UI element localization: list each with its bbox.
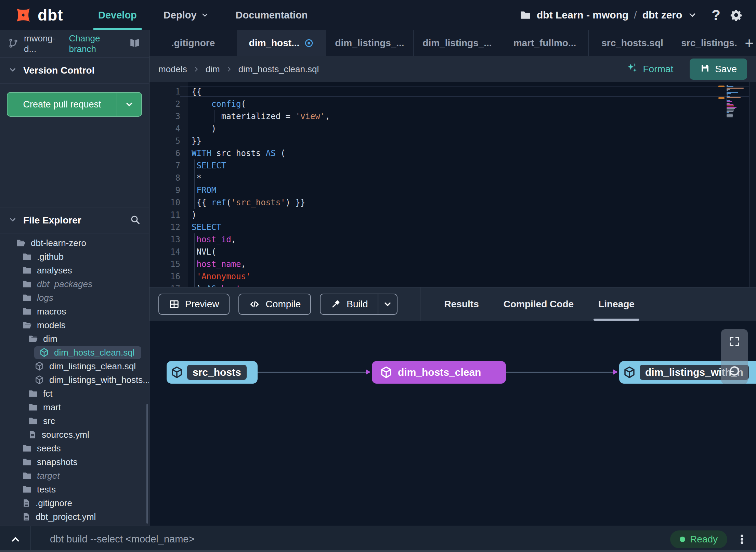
tree-item-logs[interactable]: logs (0, 291, 149, 305)
code-line-16[interactable]: 16 'Anonymous' (149, 270, 756, 283)
nav-item-documentation[interactable]: Documentation (236, 0, 308, 30)
gear-icon[interactable] (729, 8, 743, 22)
tree-item-models[interactable]: models (0, 318, 149, 332)
code-line-10[interactable]: 10 {{ ref('src_hosts') }} (149, 196, 756, 209)
tree-item-tests[interactable]: tests (0, 483, 149, 496)
tree-item-analyses[interactable]: analyses (0, 264, 149, 277)
button-label: Compile (266, 299, 301, 310)
lineage-node-label: src_hosts (187, 365, 247, 380)
tree-item-sources-yml[interactable]: sources.yml (0, 428, 149, 441)
project-switcher[interactable]: dbt Learn - mwong / dbt zero (520, 9, 697, 21)
code-line-4[interactable]: 4 ) (149, 123, 756, 135)
search-icon[interactable] (130, 214, 141, 227)
tab-results[interactable]: Results (444, 287, 479, 321)
editor-tab-dim-host-[interactable]: dim_host... (237, 30, 326, 56)
code-text: }} (180, 136, 756, 146)
editor-tab-dim-listings-[interactable]: dim_listings_... (414, 30, 501, 56)
editor-scrollbar-track[interactable] (749, 82, 756, 287)
breadcrumb-models[interactable]: models (158, 64, 187, 75)
change-branch-link[interactable]: Change branch (69, 33, 123, 54)
editor-tab-dim-listings-[interactable]: dim_listings_... (326, 30, 414, 56)
tree-item-label: target (37, 471, 60, 481)
line-number: 9 (149, 185, 180, 195)
tree-item-snapshots[interactable]: snapshots (0, 455, 149, 469)
build-button[interactable]: Build (320, 294, 397, 315)
code-line-11[interactable]: 11) (149, 209, 756, 221)
preview-button[interactable]: Preview (158, 294, 230, 315)
help-icon[interactable]: ? (712, 7, 720, 23)
compile-button[interactable]: Compile (238, 294, 311, 315)
model-cube-icon (34, 361, 44, 371)
tree-item-label: models (37, 320, 66, 331)
minimap[interactable] (727, 85, 746, 118)
folder-icon (22, 306, 32, 317)
lineage-node-src-hosts[interactable]: src_hosts (167, 361, 258, 384)
code-line-2[interactable]: 2 config( (149, 98, 756, 110)
save-button[interactable]: Save (690, 59, 747, 80)
code-line-14[interactable]: 14 NVL( (149, 246, 756, 258)
tree-item-dbt-packages[interactable]: dbt_packages (0, 277, 149, 291)
chevron-up-icon[interactable] (0, 526, 31, 552)
sidebar-scrollbar[interactable] (146, 404, 148, 524)
code-line-12[interactable]: 12SELECT (149, 221, 756, 233)
new-tab-button[interactable]: + (742, 30, 756, 56)
code-line-17[interactable]: 17 ) AS host_name, (149, 283, 756, 287)
fullscreen-icon[interactable] (728, 335, 741, 348)
file-explorer-header[interactable]: File Explorer (0, 207, 149, 233)
pr-dropdown-chevron[interactable] (117, 93, 141, 116)
format-button[interactable]: Format (626, 62, 673, 76)
tree-item-seeds[interactable]: seeds (0, 441, 149, 455)
folder-icon (22, 484, 32, 495)
version-control-header[interactable]: Version Control (0, 57, 149, 84)
nav-item-deploy[interactable]: Deploy (164, 0, 209, 30)
tree-item-dbt-learn-zero[interactable]: dbt-learn-zero (0, 236, 149, 250)
tree-item-dbt-project-yml[interactable]: dbt_project.yml (0, 510, 149, 524)
minimap-line (727, 101, 732, 102)
editor-tab-mart-fullmo-[interactable]: mart_fullmo... (501, 30, 589, 56)
editor-tab-src-hosts-sql[interactable]: src_hosts.sql (589, 30, 676, 56)
tree-item--gitignore[interactable]: .gitignore (0, 496, 149, 510)
tree-item-dim-listings-with-hosts-[interactable]: dim_listings_with_hosts... (0, 373, 149, 387)
command-input[interactable]: dbt build --select <model_name> (50, 534, 194, 545)
code-line-15[interactable]: 15 host_name, (149, 258, 756, 270)
code-line-3[interactable]: 3 materialized = 'view', (149, 110, 756, 123)
tree-item--github[interactable]: .github (0, 250, 149, 264)
floppy-icon (700, 63, 710, 76)
tree-item-mart[interactable]: mart (0, 400, 149, 414)
tree-item-target[interactable]: target (0, 469, 149, 483)
create-pull-request-button[interactable]: Create pull request (7, 92, 142, 117)
bottom-toolbar: PreviewCompileBuild ResultsCompiled Code… (149, 287, 756, 321)
code-text: ) (180, 124, 756, 134)
editor-tab-src-listings-[interactable]: src_listings. (676, 30, 742, 56)
code-text: host_name, (180, 259, 756, 269)
code-line-9[interactable]: 9 FROM (149, 184, 756, 196)
breadcrumb-dim[interactable]: dim (206, 64, 220, 75)
tree-item-fct[interactable]: fct (0, 387, 149, 400)
kebab-menu-icon[interactable] (736, 534, 748, 545)
code-line-1[interactable]: 1{{ (149, 86, 756, 98)
refresh-icon[interactable] (728, 364, 741, 378)
code-text: {{ (180, 87, 756, 97)
breadcrumb-file[interactable]: dim_hosts_clean.sql (238, 64, 319, 75)
folder-icon (22, 252, 32, 262)
build-dropdown-chevron[interactable] (378, 294, 397, 314)
minimap-line (727, 105, 734, 106)
tree-item-dim[interactable]: dim (0, 332, 149, 346)
tree-item-dim-hosts-clean-sql[interactable]: dim_hosts_clean.sql (0, 346, 149, 359)
code-line-5[interactable]: 5}} (149, 135, 756, 147)
code-editor[interactable]: 1{{2 config(3 materialized = 'view',4 )5… (149, 82, 756, 287)
code-line-13[interactable]: 13 host_id, (149, 233, 756, 246)
code-line-6[interactable]: 6WITH src_hosts AS ( (149, 147, 756, 159)
code-line-8[interactable]: 8 * (149, 172, 756, 184)
tree-item-src[interactable]: src (0, 414, 149, 428)
tab-lineage[interactable]: Lineage (598, 287, 635, 321)
editor-tab--gitignore[interactable]: .gitignore (149, 30, 237, 56)
tree-item-dim-listings-clean-sql[interactable]: dim_listings_clean.sql (0, 359, 149, 373)
lineage-node-dim-hosts-clean[interactable]: dim_hosts_clean (372, 361, 506, 384)
tree-item-label: analyses (37, 265, 72, 276)
book-icon[interactable] (129, 37, 141, 50)
nav-item-develop[interactable]: Develop (98, 0, 137, 30)
tab-compiled-code[interactable]: Compiled Code (504, 287, 574, 321)
tree-item-macros[interactable]: macros (0, 305, 149, 318)
code-line-7[interactable]: 7 SELECT (149, 159, 756, 172)
